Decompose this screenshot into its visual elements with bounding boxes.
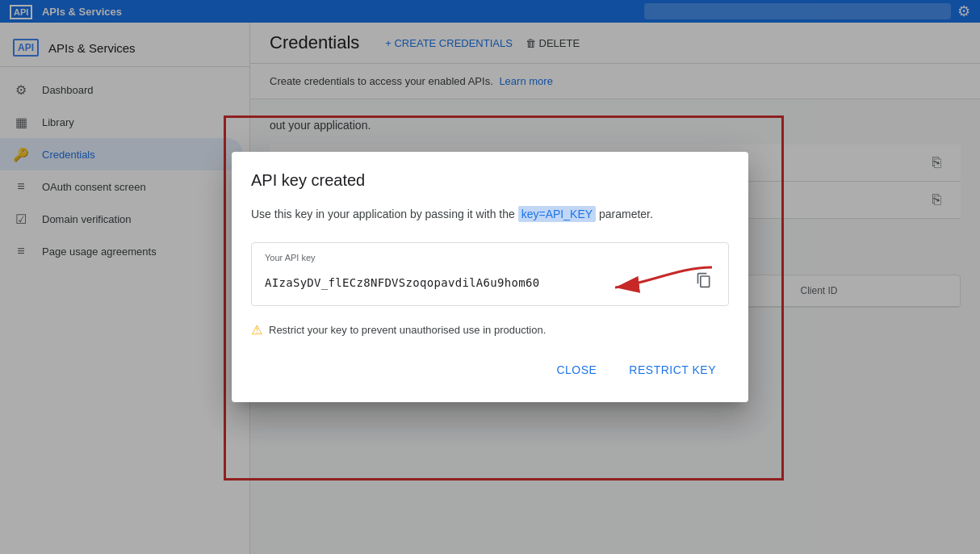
warning-text: Restrict your key to prevent unauthorise… (269, 324, 546, 336)
dialog-title: API key created (251, 171, 729, 190)
api-key-dialog: API key created Use this key in your app… (232, 152, 748, 402)
api-key-section: Your API key AIzaSyDV_flECz8NFDVSzoqopav… (251, 242, 729, 306)
warning-row: ⚠ Restrict your key to prevent unauthori… (251, 322, 729, 338)
desc-highlight: key=API_KEY (518, 206, 596, 222)
arrow-indicator (631, 259, 736, 316)
restrict-key-button[interactable]: RESTRICT KEY (616, 357, 729, 383)
desc-after: parameter. (599, 208, 653, 220)
desc-before: Use this key in your application by pass… (251, 208, 515, 220)
dialog-actions: CLOSE RESTRICT KEY (251, 357, 729, 383)
overlay[interactable]: API key created Use this key in your app… (0, 0, 980, 554)
api-key-value: AIzaSyDV_flECz8NFDVSzoqopavdilA6u9hom60 (265, 276, 539, 289)
warning-icon: ⚠ (251, 322, 262, 338)
close-button[interactable]: CLOSE (543, 357, 609, 383)
dialog-description: Use this key in your application by pass… (251, 206, 729, 223)
